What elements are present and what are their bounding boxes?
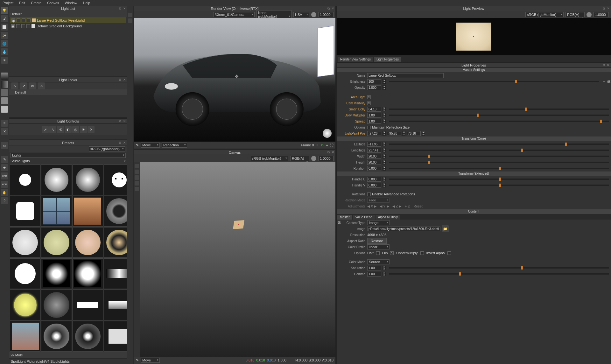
colormode-dropdown[interactable]: Source xyxy=(367,259,390,264)
expand-icon[interactable]: ⛶ xyxy=(330,143,334,147)
light-list-item[interactable]: ◉ Large Rect Softbox [AreaLight] xyxy=(10,18,126,23)
close-icon[interactable]: ✕ xyxy=(123,7,126,10)
close-icon[interactable]: ✕ xyxy=(331,150,335,154)
unpremult-checkbox[interactable] xyxy=(420,251,424,255)
preset-lights-dropdown[interactable]: Lights xyxy=(11,153,126,158)
spinner[interactable]: ▴▾ xyxy=(383,119,386,123)
spinner[interactable]: ▴▾ xyxy=(383,142,386,146)
tool-solid-icon[interactable] xyxy=(1,89,8,96)
tool-star-icon[interactable]: ★ xyxy=(1,164,8,171)
mode-dropdown[interactable]: HSV xyxy=(293,12,309,17)
undock-icon[interactable]: ⧉ xyxy=(602,7,606,10)
spinner[interactable]: ▴▾ xyxy=(383,266,386,270)
camvis-checkbox[interactable] xyxy=(367,102,371,105)
look-item[interactable]: Default xyxy=(9,89,127,95)
brightness-slider[interactable] xyxy=(389,81,599,82)
preview-ch-dropdown[interactable]: RGB(A) xyxy=(565,12,585,17)
tool-eyedrop-icon[interactable]: ✎ xyxy=(136,143,139,147)
preset-thumb[interactable] xyxy=(104,321,127,352)
tool-x-icon[interactable]: ✕ xyxy=(1,128,8,135)
hu-slider[interactable] xyxy=(389,178,609,180)
sat-field[interactable] xyxy=(367,266,381,270)
pause-icon[interactable]: ⏸ xyxy=(316,143,319,147)
brightness-field[interactable] xyxy=(367,79,381,84)
lock-icon[interactable] xyxy=(21,24,25,28)
vp-brush-icon[interactable] xyxy=(128,13,132,17)
rot-slider[interactable] xyxy=(389,168,609,169)
preset-thumb[interactable] xyxy=(41,290,72,320)
spinner[interactable]: ▴▾ xyxy=(402,131,405,136)
toggle-icon[interactable]: ◉ xyxy=(11,18,15,22)
undock-icon[interactable]: ⧉ xyxy=(602,63,606,67)
close-icon[interactable]: ✕ xyxy=(123,78,126,82)
name-field[interactable] xyxy=(367,73,444,78)
tool-hdr-icon[interactable]: HDR xyxy=(1,172,8,179)
close-icon[interactable]: ✕ xyxy=(123,119,126,123)
canvas-exposure-field[interactable]: 1.0000 xyxy=(318,156,334,161)
canvas-viewport[interactable] xyxy=(140,162,335,357)
tab-alphamult[interactable]: Alpha Multiply xyxy=(376,215,400,220)
canvas-light-rect[interactable] xyxy=(233,220,244,229)
width-slider[interactable] xyxy=(389,156,609,157)
spinner[interactable]: ▴▾ xyxy=(383,148,386,152)
tool-grad2-icon[interactable] xyxy=(1,81,8,88)
tool-white-icon[interactable] xyxy=(1,106,8,113)
record-icon[interactable]: ● xyxy=(326,143,328,147)
ctrl-orbit-icon[interactable]: ◐ xyxy=(65,126,72,133)
spinner[interactable]: ▴▾ xyxy=(383,113,386,117)
undock-icon[interactable]: ⧉ xyxy=(118,78,122,82)
dollymult-field[interactable] xyxy=(367,113,381,118)
preview-viewport[interactable] xyxy=(337,18,611,55)
gamma-slider[interactable] xyxy=(389,273,609,275)
lat-slider[interactable] xyxy=(389,144,609,145)
tab-render-settings[interactable]: Render View Settings xyxy=(338,57,373,62)
undock-icon[interactable]: ⧉ xyxy=(327,150,330,154)
camera-dropdown[interactable]: /Xform_01/Camera xyxy=(213,12,255,17)
menu-edit[interactable]: Edit xyxy=(19,1,25,5)
preview-cs-dropdown[interactable]: sRGB (rgbMonitor) xyxy=(525,12,564,17)
solo-icon[interactable] xyxy=(26,24,30,28)
long-field[interactable] xyxy=(367,148,381,153)
aperture-icon[interactable] xyxy=(586,12,592,17)
vis-icon[interactable] xyxy=(17,18,20,22)
height-slider[interactable] xyxy=(389,162,609,163)
cv-brush-icon[interactable] xyxy=(135,164,139,168)
monitor-dropdown[interactable]: None (rgbMonitor) xyxy=(256,10,291,19)
tab-valueblend[interactable]: Value Blend xyxy=(353,215,375,220)
close-icon[interactable]: ✕ xyxy=(606,7,610,10)
paintpos-z[interactable] xyxy=(407,131,421,136)
spinner[interactable]: ▴▾ xyxy=(383,107,386,111)
section-content[interactable]: Content xyxy=(337,209,611,214)
link-icon[interactable]: ⛓ xyxy=(607,80,611,83)
gamma-field[interactable] xyxy=(367,272,381,276)
looks-remove-icon[interactable]: ↗ xyxy=(20,82,27,89)
tool-eyedrop-icon[interactable]: 💧 xyxy=(1,48,8,55)
sat-slider[interactable] xyxy=(389,267,609,269)
image-path-field[interactable] xyxy=(367,227,440,231)
tool-hdr2-icon[interactable]: HDR xyxy=(1,181,8,188)
undock-icon[interactable]: ⧉ xyxy=(118,119,122,123)
tool-sun-icon[interactable]: ☀ xyxy=(1,57,8,64)
preset-thumb[interactable] xyxy=(104,227,127,258)
preset-thumb[interactable] xyxy=(73,196,103,226)
tool-pen-icon[interactable]: ✎ xyxy=(1,156,8,163)
spread-slider[interactable] xyxy=(389,121,609,122)
tool-swatch-icon[interactable] xyxy=(1,97,8,104)
tool-lights-icon[interactable]: 💡 xyxy=(1,7,8,14)
preset-category[interactable]: 2k Mole xyxy=(11,353,23,357)
ctrl-rotate-icon[interactable]: ⟲ xyxy=(57,126,64,133)
spinner[interactable]: ▴▾ xyxy=(383,272,386,276)
preset-thumb[interactable] xyxy=(104,258,127,289)
tool-eraser-icon[interactable]: ⬜ xyxy=(1,24,8,31)
canvas-ch-dropdown[interactable]: RGB(A) xyxy=(290,156,309,161)
preset-thumb[interactable] xyxy=(41,227,72,258)
preset-thumb[interactable] xyxy=(73,258,103,289)
close-icon[interactable]: ✕ xyxy=(331,7,335,10)
spinner[interactable]: ▴▾ xyxy=(422,131,425,136)
tool-help-icon[interactable]: ? xyxy=(1,197,8,204)
menu-help[interactable]: Help xyxy=(83,1,90,5)
ctrl-move-icon[interactable]: ⤢ xyxy=(42,126,49,133)
looks-delete-icon[interactable]: ✕ xyxy=(38,82,45,89)
canvas-cs-dropdown[interactable]: sRGB (rgbMonitor) xyxy=(250,156,288,161)
tool-layers-icon[interactable]: ≡ xyxy=(1,120,8,127)
